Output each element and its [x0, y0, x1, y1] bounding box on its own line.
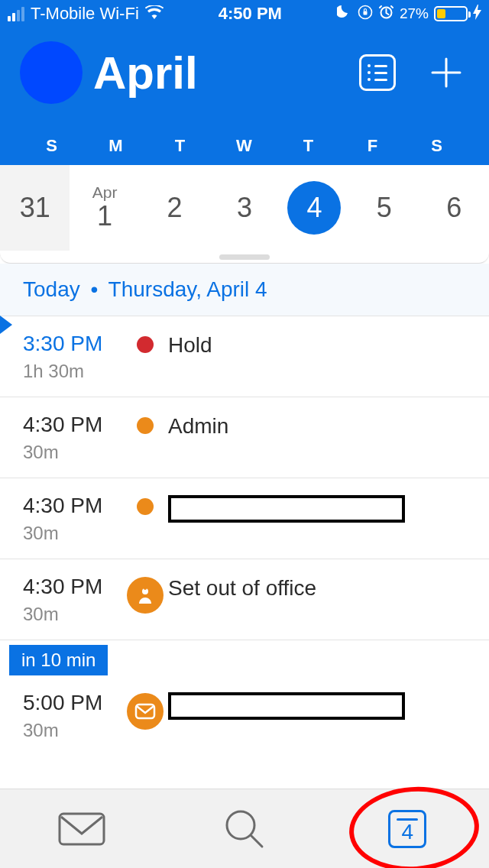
weekday-t2: T [277, 136, 341, 156]
nav-mail[interactable] [21, 789, 143, 869]
event-admin[interactable]: 4:30 PM 30m Admin [0, 397, 489, 478]
person-info-icon [127, 577, 164, 614]
search-icon [224, 808, 265, 850]
event-time: 4:30 PM [23, 413, 122, 437]
upcoming-badge-row: in 10 min [0, 640, 489, 675]
redacted-title [168, 692, 405, 720]
event-title: Hold [168, 332, 489, 358]
bottom-nav: 4 [0, 789, 489, 868]
weekday-w: W [212, 136, 277, 156]
event-time: 4:30 PM [23, 575, 122, 599]
event-time: 3:30 PM [23, 332, 122, 356]
alarm-icon [378, 4, 394, 24]
weekday-s: S [20, 136, 84, 156]
event-list[interactable]: 3:30 PM 1h 30m Hold 4:30 PM 30m Admin 4:… [0, 316, 489, 756]
status-bar: T-Mobile Wi-Fi 4:50 PM 27% [0, 0, 489, 28]
mail-icon [57, 811, 106, 847]
battery-icon [434, 6, 468, 21]
date-2[interactable]: 2 [140, 165, 209, 251]
nav-calendar[interactable]: 4 [346, 789, 468, 869]
charging-icon [473, 5, 481, 24]
battery-pct: 27% [400, 5, 429, 22]
calendar-icon: 4 [388, 810, 426, 848]
weekday-f: F [341, 136, 405, 156]
date-1[interactable]: Apr 1 [70, 165, 139, 251]
event-duration: 1h 30m [23, 361, 122, 382]
svg-point-7 [227, 811, 254, 839]
event-out-of-office[interactable]: 4:30 PM 30m Set out of office [0, 559, 489, 640]
cellular-signal-icon [8, 7, 24, 21]
calendar-header: April S M T W T F S [0, 28, 489, 165]
svg-rect-1 [363, 11, 367, 15]
month-title[interactable]: April [93, 47, 359, 99]
date-3[interactable]: 3 [209, 165, 279, 251]
event-time: 4:30 PM [23, 494, 122, 518]
event-title: Set out of office [168, 575, 489, 601]
date-5[interactable]: 5 [349, 165, 419, 251]
upcoming-badge: in 10 min [9, 645, 108, 675]
weekday-t: T [148, 136, 212, 156]
avatar[interactable] [20, 41, 83, 104]
today-header: Today • Thursday, April 4 [0, 264, 489, 316]
status-time: 4:50 PM [164, 4, 337, 24]
date-strip: 31 Apr 1 2 3 4 5 6 [0, 165, 489, 264]
mail-circle-icon [127, 693, 164, 730]
expand-handle[interactable] [0, 251, 489, 263]
event-duration: 30m [23, 720, 122, 741]
redacted-title [168, 495, 405, 523]
calendar-dot-icon [137, 417, 154, 434]
date-31[interactable]: 31 [0, 165, 70, 251]
add-event-icon[interactable] [429, 56, 463, 89]
calendar-dot-icon [137, 498, 154, 515]
weekday-m: M [84, 136, 148, 156]
orientation-lock-icon [358, 5, 373, 24]
calendar-dot-icon [137, 336, 154, 353]
date-6[interactable]: 6 [419, 165, 489, 251]
event-time: 5:00 PM [23, 691, 122, 715]
weekday-row: S M T W T F S [20, 136, 469, 156]
event-title: Admin [168, 413, 489, 439]
wifi-icon [145, 4, 164, 24]
separator: • [91, 277, 99, 301]
now-marker-icon [0, 316, 12, 334]
agenda-view-icon[interactable] [359, 54, 396, 91]
moon-icon [337, 5, 352, 24]
weekday-s2: S [405, 136, 469, 156]
date-4-selected[interactable]: 4 [280, 165, 349, 251]
event-duration: 30m [23, 604, 122, 625]
today-date: Thursday, April 4 [108, 277, 267, 301]
event-redacted-1[interactable]: 4:30 PM 30m [0, 478, 489, 559]
carrier-label: T-Mobile Wi-Fi [31, 4, 139, 24]
event-hold[interactable]: 3:30 PM 1h 30m Hold [0, 316, 489, 397]
svg-point-4 [144, 587, 147, 590]
event-duration: 30m [23, 523, 122, 544]
event-duration: 30m [23, 442, 122, 463]
nav-search[interactable] [183, 789, 306, 869]
svg-rect-6 [60, 814, 104, 844]
today-label: Today [23, 277, 80, 301]
event-upcoming-mail[interactable]: 5:00 PM 30m [0, 675, 489, 756]
